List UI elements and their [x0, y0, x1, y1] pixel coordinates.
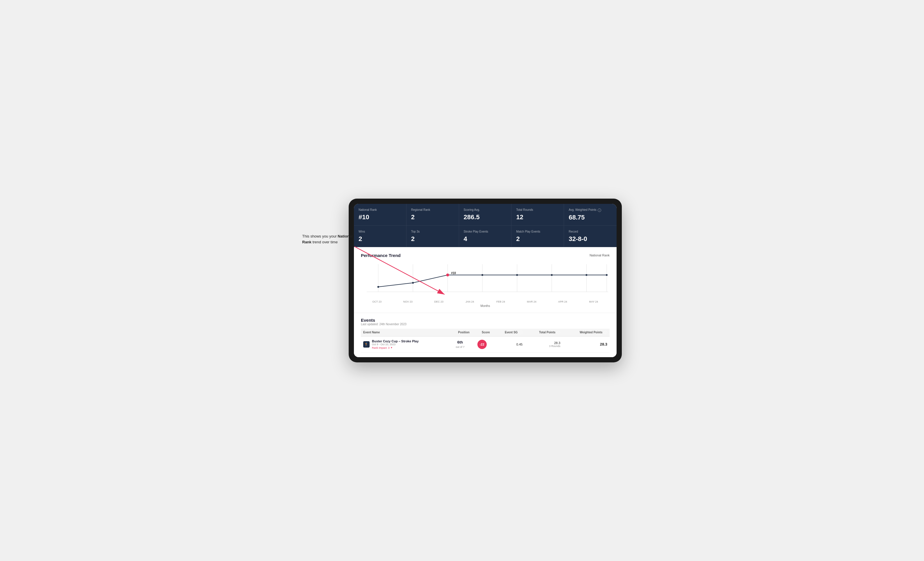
- total-points-value: 28.3: [527, 341, 560, 345]
- col-score: Score: [472, 329, 492, 337]
- month-apr24: APR 24: [547, 300, 578, 303]
- weighted-points-info-icon[interactable]: i: [604, 331, 607, 334]
- annotation-text-after: trend over time: [312, 240, 338, 244]
- total-points-info-icon[interactable]: i: [557, 331, 560, 334]
- col-total-points: Total Points i: [525, 329, 562, 337]
- stat-scoring-avg: Scoring Avg. 286.5: [459, 204, 512, 225]
- col-event-sg: Event SG i: [492, 329, 525, 337]
- outer-wrapper: This shows you your National Rank trend …: [302, 199, 622, 362]
- stat-match-play: Match Play Events 2: [512, 226, 564, 247]
- month-feb24: FEB 24: [485, 300, 516, 303]
- event-details: Buster Cozy Cup – Stroke Play Oct 9 - Oc…: [372, 340, 419, 349]
- events-table: Event Name Position Score Event SG i Tot…: [361, 329, 610, 353]
- svg-point-15: [516, 274, 518, 276]
- stat-wins-label: Wins: [358, 230, 402, 233]
- svg-point-18: [606, 274, 608, 276]
- month-jan24: JAN 24: [454, 300, 486, 303]
- event-type-icon: 🏌: [363, 341, 370, 347]
- chart-axis-label: Months: [361, 304, 610, 308]
- stat-avg-weighted-label: Avg. Weighted Points i: [568, 208, 612, 212]
- stat-regional-rank-label: Regional Rank: [411, 208, 454, 212]
- performance-rank-label: National Rank: [590, 253, 610, 257]
- stats-row-1: National Rank #10 Regional Rank 2 Scorin…: [354, 204, 616, 225]
- stat-scoring-avg-value: 286.5: [464, 214, 507, 221]
- stats-row-2: Wins 2 Top 3s 2 Stroke Play Events 4 Mat…: [354, 226, 616, 247]
- rank-impact-arrow: ▼: [390, 346, 393, 349]
- month-mar24: MAR 24: [516, 300, 548, 303]
- event-name-cell: 🏌 Buster Cozy Cup – Stroke Play Oct 9 - …: [361, 336, 448, 352]
- svg-text:#10: #10: [451, 271, 456, 274]
- stat-national-rank: National Rank #10: [354, 204, 406, 225]
- stat-wins: Wins 2: [354, 226, 406, 247]
- tablet-device: National Rank #10 Regional Rank 2 Scorin…: [349, 199, 622, 362]
- stat-avg-weighted-value: 68.75: [568, 214, 612, 221]
- tablet-screen: National Rank #10 Regional Rank 2 Scorin…: [354, 204, 616, 357]
- events-last-updated: Last updated: 24th November 2023: [361, 323, 610, 326]
- position-value: 6th out of 7: [451, 340, 470, 349]
- chart-months: OCT 23 NOV 23 DEC 23 JAN 24 FEB 24 MAR 2…: [361, 300, 610, 303]
- stat-national-rank-label: National Rank: [358, 208, 402, 212]
- month-dec23: DEC 23: [423, 300, 454, 303]
- stat-total-rounds: Total Rounds 12: [512, 204, 564, 225]
- chart-container: #10: [361, 261, 610, 299]
- stat-avg-weighted: Avg. Weighted Points i 68.75: [564, 204, 616, 225]
- score-badge: -22: [477, 340, 487, 349]
- info-icon[interactable]: i: [598, 208, 601, 212]
- performance-section: Performance Trend National Rank: [354, 247, 616, 313]
- position-cell: 6th out of 7: [448, 336, 472, 352]
- weighted-points-value: 28.3: [600, 342, 607, 346]
- month-nov23: NOV 23: [393, 300, 424, 303]
- svg-point-16: [551, 274, 553, 276]
- stat-top3s: Top 3s 2: [406, 226, 459, 247]
- svg-point-12: [412, 282, 414, 284]
- stat-total-rounds-value: 12: [516, 214, 559, 221]
- events-section: Events Last updated: 24th November 2023 …: [354, 313, 616, 357]
- svg-point-17: [585, 274, 587, 276]
- stat-top3s-value: 2: [411, 235, 454, 243]
- svg-point-13: [446, 274, 449, 277]
- events-table-header: Event Name Position Score Event SG i Tot…: [361, 329, 610, 337]
- stat-regional-rank-value: 2: [411, 214, 454, 221]
- total-points-cell: 28.3 3 Rounds: [525, 336, 562, 352]
- events-title: Events: [361, 318, 610, 323]
- stat-match-play-value: 2: [516, 235, 559, 243]
- col-position: Position: [448, 329, 472, 337]
- position-sub: out of 7: [456, 346, 465, 349]
- event-sg-cell: 0.45: [492, 336, 525, 352]
- score-cell: -22: [472, 336, 492, 352]
- stat-total-rounds-label: Total Rounds: [516, 208, 559, 212]
- col-event-name: Event Name: [361, 329, 448, 337]
- stat-regional-rank: Regional Rank 2: [406, 204, 459, 225]
- rank-impact: Rank Impact: 3 ▼: [372, 346, 419, 349]
- event-date: Oct 9 - Oct 10, 2023: [372, 343, 419, 346]
- performance-chart: #10: [361, 261, 610, 299]
- event-name: Buster Cozy Cup – Stroke Play: [372, 340, 419, 343]
- performance-title: Performance Trend: [361, 253, 401, 258]
- table-row: 🏌 Buster Cozy Cup – Stroke Play Oct 9 - …: [361, 336, 610, 352]
- stat-record-value: 32-8-0: [568, 235, 612, 243]
- event-sg-info-icon[interactable]: i: [519, 331, 522, 334]
- month-may24: MAY 24: [578, 300, 609, 303]
- svg-point-14: [482, 274, 483, 276]
- stat-match-play-label: Match Play Events: [516, 230, 559, 233]
- weighted-points-cell: 28.3: [562, 336, 610, 352]
- stat-record-label: Record: [568, 230, 612, 233]
- annotation: This shows you your National Rank trend …: [302, 233, 360, 245]
- stat-record: Record 32-8-0: [564, 226, 616, 247]
- stat-stroke-play: Stroke Play Events 4: [459, 226, 512, 247]
- stat-stroke-play-label: Stroke Play Events: [464, 230, 507, 233]
- stat-national-rank-value: #10: [358, 214, 402, 221]
- stat-stroke-play-value: 4: [464, 235, 507, 243]
- svg-point-11: [378, 286, 379, 288]
- performance-header: Performance Trend National Rank: [361, 253, 610, 258]
- annotation-text-normal: This shows you your: [302, 234, 338, 238]
- total-points-rounds: 3 Rounds: [527, 345, 560, 347]
- stat-scoring-avg-label: Scoring Avg.: [464, 208, 507, 212]
- stat-top3s-label: Top 3s: [411, 230, 454, 233]
- month-oct23: OCT 23: [362, 300, 393, 303]
- col-weighted-points: Weighted Points i: [562, 329, 610, 337]
- stat-wins-value: 2: [358, 235, 402, 243]
